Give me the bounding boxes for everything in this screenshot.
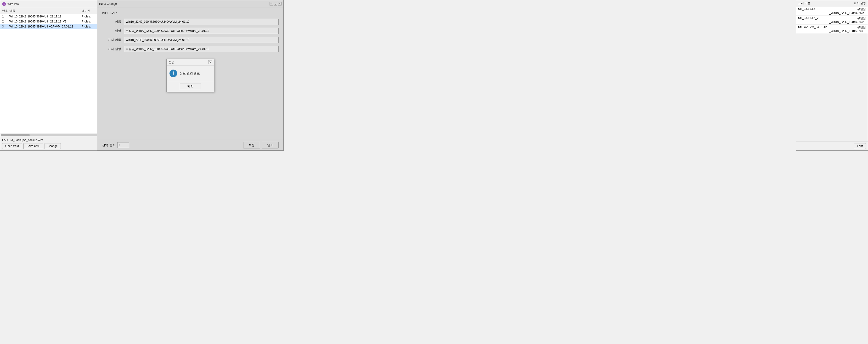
- right-panel: 표시 이름 표시 설명 Util_23.11.12 무월님_Win10_22H2…: [796, 0, 868, 150]
- msgbox-close-button[interactable]: ✕: [208, 60, 212, 64]
- col-edit-header: 에디션: [82, 9, 96, 13]
- right-table-header: 표시 이름 표시 설명: [796, 0, 868, 6]
- wim-content: 번호 이름 에디션 1 Win10_22H2_19045.3636+Util_2…: [0, 8, 98, 137]
- msgbox-titlebar: 성공 ✕: [166, 59, 214, 66]
- right-row[interactable]: Util_23.11.12_V2 무월님_Win10_22H2_19045.36…: [796, 15, 868, 25]
- right-col-name-header: 표시 이름: [798, 1, 832, 5]
- wim-table-body: 1 Win10_22H2_19045.3636+Util_23.11.12 Pr…: [0, 14, 98, 133]
- right-table-body: Util_23.11.12 무월님_Win10_22H2_19045.3636+…: [796, 6, 868, 34]
- open-wim-button[interactable]: Open WIM: [2, 143, 22, 149]
- msgbox-overlay: 성공 ✕ i 정보 변경 완료 확인: [97, 0, 284, 150]
- wim-info-window: ● Wim Info 번호 이름 에디션 1 Win10_22H2_19045.…: [0, 0, 98, 150]
- table-row[interactable]: 3 Win10_22H2_19045.3930+Util+OA+VM_24.01…: [0, 24, 98, 29]
- horizontal-scrollbar[interactable]: [0, 133, 98, 137]
- right-footer: Font: [796, 141, 868, 150]
- change-button[interactable]: Change: [44, 143, 61, 149]
- scrollbar-track: [1, 134, 97, 136]
- right-row[interactable]: Util_23.11.12 무월님_Win10_22H2_19045.3636+: [796, 6, 868, 15]
- wim-title: Wim Info: [7, 2, 96, 6]
- right-row[interactable]: Util+OA+VM_24.01.12 무월님_Win10_22H2_19045…: [796, 25, 868, 34]
- msgbox-body: i 정보 변경 완료: [166, 66, 214, 81]
- info-icon: i: [169, 70, 177, 77]
- wim-app-icon: ●: [2, 2, 6, 6]
- table-row[interactable]: 1 Win10_22H2_19045.3636+Util_23.11.12 Pr…: [0, 14, 98, 19]
- table-header: 번호 이름 에디션: [0, 8, 98, 14]
- wim-footer: E:\DISM_Backup\c_backup.wim Open WIM Sav…: [0, 137, 98, 150]
- scrollbar-thumb[interactable]: [1, 134, 30, 136]
- success-dialog: 성공 ✕ i 정보 변경 완료 확인: [166, 59, 214, 92]
- wim-titlebar: ● Wim Info: [0, 0, 98, 8]
- msgbox-title: 성공: [168, 60, 208, 64]
- file-path: E:\DISM_Backup\c_backup.wim: [2, 138, 96, 142]
- right-col-display-header: 표시 설명: [832, 1, 866, 5]
- col-name-header: 이름: [9, 9, 82, 13]
- font-button[interactable]: Font: [854, 143, 866, 149]
- table-row[interactable]: 2 Win10_22H2_19045.3636+Util_23.11.12_V2…: [0, 19, 98, 24]
- msgbox-message: 정보 변경 완료: [180, 71, 200, 75]
- save-xml-button[interactable]: Save XML: [24, 143, 43, 149]
- msgbox-footer: 확인: [166, 81, 214, 92]
- col-num-header: 번호: [2, 9, 9, 13]
- footer-buttons: Open WIM Save XML Change: [2, 143, 96, 149]
- ok-button[interactable]: 확인: [180, 83, 201, 90]
